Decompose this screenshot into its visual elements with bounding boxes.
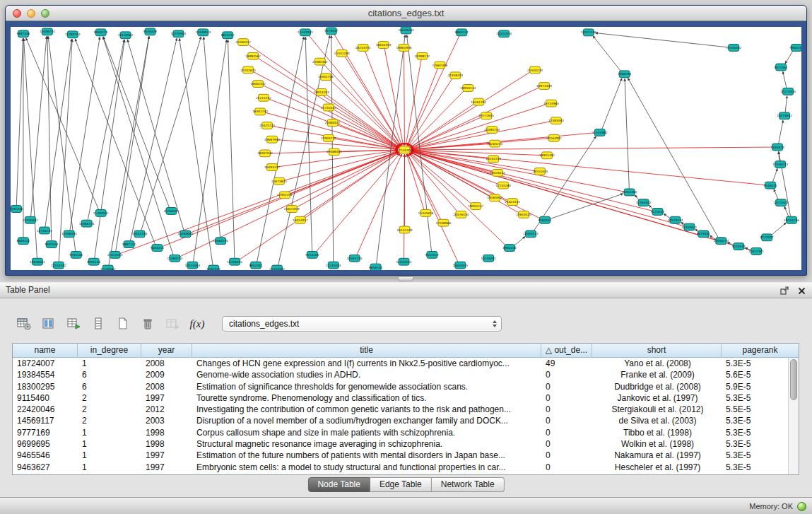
graph-edge[interactable] — [257, 37, 304, 262]
show-columns-button[interactable] — [40, 315, 57, 332]
graph-edge[interactable] — [193, 40, 226, 262]
cell-out_degree: 0 — [541, 438, 592, 450]
column-header-year[interactable]: year — [141, 344, 192, 358]
graph-edge[interactable] — [602, 78, 622, 129]
tab-edge-table[interactable]: Edge Table — [370, 477, 432, 492]
close-panel-icon[interactable] — [798, 287, 806, 295]
graph-edge[interactable] — [408, 35, 459, 146]
delete-column-button[interactable] — [139, 315, 156, 332]
graph-edge[interactable] — [411, 147, 772, 150]
graph-edge[interactable] — [771, 223, 786, 235]
graph-node-label: 20732625 — [240, 69, 256, 72]
edit-table-button[interactable] — [65, 315, 82, 332]
graph-edge[interactable] — [779, 120, 783, 144]
graph-node-label: 10336774 — [40, 30, 55, 33]
tab-node-table[interactable]: Node Table — [307, 477, 370, 492]
graph-node-label: 22060412 — [235, 40, 251, 44]
graph-edge[interactable] — [411, 151, 653, 211]
close-window-button[interactable] — [13, 9, 21, 18]
graph-node-label: 21211552 — [256, 96, 271, 100]
graph-edge[interactable] — [141, 37, 201, 230]
graph-edge[interactable] — [408, 154, 459, 262]
table-row[interactable]: 946554611997Estimation of the future num… — [13, 450, 788, 461]
table-row[interactable]: 1938455462009Genome-wide association stu… — [13, 369, 788, 380]
network-canvas[interactable]: 1724040922060412183845622073262519565312… — [11, 27, 801, 270]
graph-edge[interactable] — [333, 109, 399, 147]
graph-edge[interactable] — [265, 112, 398, 148]
graph-edge[interactable] — [408, 78, 452, 146]
graph-edge[interactable] — [785, 50, 793, 64]
table-scrollbar[interactable] — [788, 358, 799, 474]
graph-edge[interactable] — [204, 37, 220, 238]
graph-edge[interactable] — [95, 40, 125, 258]
table-row[interactable]: 969969511998Structural magnetic resonanc… — [13, 438, 788, 450]
row-height-button[interactable] — [90, 315, 107, 332]
graph-edge[interactable] — [784, 206, 789, 217]
tab-network-table[interactable]: Network Table — [432, 477, 505, 492]
graph-edge[interactable] — [31, 36, 47, 216]
splitter-handle[interactable] — [398, 276, 413, 281]
graph-edge[interactable] — [16, 38, 23, 205]
graph-edge[interactable] — [410, 104, 474, 148]
column-header-short[interactable]: short — [592, 344, 722, 358]
table-row[interactable]: 1830029562008Estimation of significance … — [13, 381, 788, 392]
graph-edge[interactable] — [24, 38, 37, 258]
graph-edge[interactable] — [120, 151, 399, 254]
table-row[interactable]: 911546021997Tourette syndrome. Phenomeno… — [13, 392, 788, 404]
graph-edge[interactable] — [625, 78, 629, 189]
graph-edge[interactable] — [774, 189, 778, 200]
graph-edge[interactable] — [783, 71, 787, 88]
graph-edge[interactable] — [595, 33, 729, 47]
graph-edge[interactable] — [593, 36, 621, 71]
table-scrollbar-thumb[interactable] — [790, 359, 797, 400]
table-row[interactable]: 2242004622012Investigating the contribut… — [13, 404, 788, 415]
graph-edge[interactable] — [514, 236, 525, 245]
column-header-name[interactable]: name — [13, 344, 78, 358]
graph-edge[interactable] — [411, 151, 498, 184]
zoom-window-button[interactable] — [41, 9, 49, 18]
memory-status[interactable]: Memory: OK — [749, 498, 806, 514]
graph-node-label: 15345678 — [418, 211, 434, 215]
graph-edge[interactable] — [411, 88, 539, 148]
graph-edge[interactable] — [772, 168, 777, 182]
graph-edge[interactable] — [26, 38, 99, 210]
table-row[interactable]: 1456911722003Disruption of a novel membe… — [13, 415, 788, 426]
graph-edge[interactable] — [411, 72, 531, 148]
cell-short: Hescheler et al. (1997) — [592, 462, 722, 473]
graph-edge[interactable] — [88, 40, 124, 220]
graph-edge[interactable] — [103, 37, 174, 255]
graph-edge[interactable] — [305, 153, 399, 218]
cell-year: 1997 — [141, 392, 192, 404]
graph-edge[interactable] — [411, 151, 685, 226]
function-builder-button[interactable]: f(x) — [189, 315, 206, 332]
create-column-button[interactable] — [114, 315, 131, 332]
table-row[interactable]: 977716911998Corpus callosum shape and si… — [13, 427, 788, 438]
graph-edge[interactable] — [411, 133, 594, 150]
column-header-out_degree[interactable]: △ out_de... — [541, 344, 592, 358]
graph-edge[interactable] — [785, 96, 787, 112]
graph-edge[interactable] — [127, 40, 184, 230]
cell-short: de Silva et al. (2003) — [592, 415, 722, 426]
graph-edge[interactable] — [228, 40, 234, 258]
graph-edge[interactable] — [411, 117, 481, 148]
graph-edge[interactable] — [48, 36, 76, 251]
column-header-title[interactable]: title — [192, 344, 541, 358]
window-titlebar[interactable]: citations_edges.txt — [6, 6, 806, 21]
column-header-in_degree[interactable]: in_degree — [78, 344, 141, 358]
table-row[interactable]: 1872400712008Changes of HCN gene express… — [13, 358, 788, 369]
graph-edge[interactable] — [404, 51, 405, 145]
table-mode-button[interactable] — [16, 315, 33, 332]
float-panel-icon[interactable] — [780, 286, 789, 295]
minimize-window-button[interactable] — [27, 9, 35, 18]
graph-edge[interactable] — [404, 154, 405, 258]
graph-node-label: 11745215 — [37, 229, 52, 233]
network-table-select[interactable]: citations_edges.txt — [222, 316, 502, 332]
graph-edge[interactable] — [316, 153, 401, 252]
graph-node-label: 8762345 — [207, 267, 220, 270]
graph-edge[interactable] — [47, 36, 52, 240]
graph-edge[interactable] — [628, 78, 718, 238]
column-header-pagerank[interactable]: pagerank — [722, 344, 799, 358]
graph-node-label: 9071562 — [775, 66, 788, 69]
graph-edge[interactable] — [297, 152, 399, 207]
table-row[interactable]: 946362711997Embryonic stem cells: a mode… — [13, 462, 788, 473]
